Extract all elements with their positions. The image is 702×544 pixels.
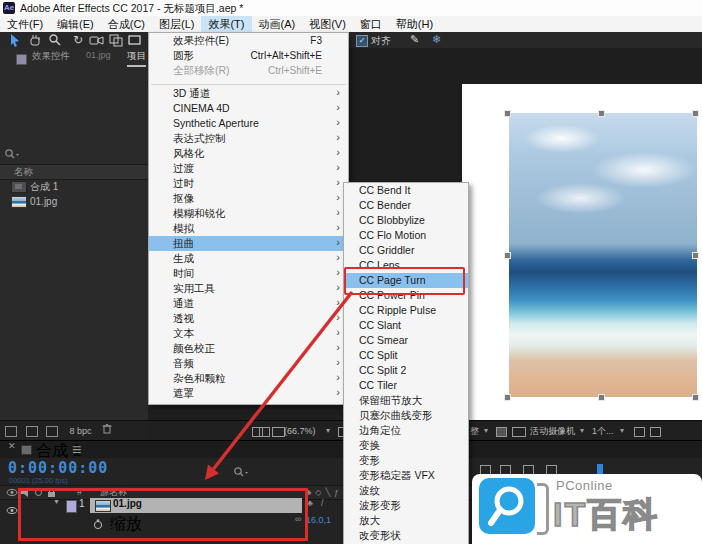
submenu-cc-smear[interactable]: CC Smear (344, 333, 468, 348)
selection-handle[interactable] (504, 110, 511, 117)
magnification-caret-icon[interactable]: ▾ (326, 421, 330, 441)
snapshot-icon[interactable] (252, 421, 270, 441)
menu-cat-distort[interactable]: 扭曲› (149, 236, 348, 251)
menu-effect[interactable]: 效果(T) (201, 16, 251, 32)
camera-tool-icon[interactable] (88, 33, 104, 47)
puppet-pin-tool-icon[interactable]: ❄ (432, 33, 441, 46)
submenu-transform[interactable]: 变换 (344, 438, 468, 453)
menu-cat-color-correction[interactable]: 颜色校正› (149, 341, 348, 356)
hand-tool-icon[interactable] (26, 33, 42, 47)
current-timecode[interactable]: 0:00:00:00 (8, 459, 108, 477)
bit-depth-label[interactable]: 8 bpc (70, 426, 92, 436)
submenu-wave-warp[interactable]: 波形变形 (344, 498, 468, 513)
menu-cat-3d-channel[interactable]: 3D 通道› (149, 86, 348, 101)
menu-composition[interactable]: 合成(C) (101, 16, 152, 32)
submenu-detail-preserving-upscale[interactable]: 保留细节放大 (344, 393, 468, 408)
selection-handle[interactable] (504, 252, 511, 259)
menu-view[interactable]: 视图(V) (302, 16, 353, 32)
video-eye-icon[interactable] (6, 488, 18, 501)
submenu-cc-ripple-pulse[interactable]: CC Ripple Pulse (344, 303, 468, 318)
menu-cat-keying[interactable]: 抠像› (149, 191, 348, 206)
trash-icon[interactable] (102, 426, 112, 436)
view-layout-value[interactable]: 1个... (592, 421, 614, 441)
submenu-magnify[interactable]: 放大 (344, 513, 468, 528)
new-composition-icon[interactable] (46, 426, 58, 437)
submenu-cc-slant[interactable]: CC Slant (344, 318, 468, 333)
submenu-cc-bend-it[interactable]: CC Bend It (344, 183, 468, 198)
submenu-reshape[interactable]: 改变形状 (344, 528, 468, 543)
menu-cat-cinema4d[interactable]: CINEMA 4D› (149, 101, 348, 116)
submenu-cc-griddler[interactable]: CC Griddler (344, 243, 468, 258)
selection-handle[interactable] (598, 110, 605, 117)
project-name-column[interactable]: 名称 (0, 164, 148, 180)
menu-item-effect-controls[interactable]: 效果控件(E)F3 (149, 33, 348, 48)
submenu-cc-tiler[interactable]: CC Tiler (344, 378, 468, 393)
selection-handle[interactable] (504, 394, 511, 401)
submenu-cc-split-2[interactable]: CC Split 2 (344, 363, 468, 378)
menu-cat-stylize[interactable]: 风格化› (149, 146, 348, 161)
submenu-warp[interactable]: 变形 (344, 453, 468, 468)
transparency-grid-icon[interactable] (512, 421, 526, 441)
layer-eye-icon[interactable] (6, 501, 18, 519)
menu-cat-obsolete[interactable]: 过时› (149, 176, 348, 191)
menu-cat-generate[interactable]: 生成› (149, 251, 348, 266)
rotation-tool-icon[interactable]: ↻ (70, 33, 86, 47)
menu-cat-simulation[interactable]: 模拟› (149, 221, 348, 236)
project-row-comp[interactable]: 合成 1 (0, 179, 148, 194)
submenu-cc-flo-motion[interactable]: CC Flo Motion (344, 228, 468, 243)
menu-animation[interactable]: 动画(A) (252, 16, 303, 32)
pen-tool-icon[interactable]: ✎ (410, 33, 419, 46)
menu-file[interactable]: 文件(F) (0, 16, 50, 32)
scale-property-value[interactable]: 16.0,1 (306, 515, 331, 525)
region-of-interest-icon[interactable] (496, 421, 507, 441)
resolution-caret-icon[interactable]: ▾ (484, 421, 488, 441)
menu-layer[interactable]: 图层(L) (152, 16, 201, 32)
selection-handle[interactable] (598, 394, 605, 401)
camera-caret-icon[interactable]: ▾ (580, 421, 584, 441)
menu-cat-perspective[interactable]: 透视› (149, 311, 348, 326)
magnification-value[interactable]: (66.7%) (284, 421, 316, 441)
pixel-aspect-icon[interactable] (634, 421, 645, 441)
menu-cat-expression-controls[interactable]: 表达式控制› (149, 131, 348, 146)
submenu-cc-blobbylize[interactable]: CC Blobbylize (344, 213, 468, 228)
zoom-tool-icon[interactable] (46, 33, 62, 47)
menu-cat-audio[interactable]: 音频› (149, 356, 348, 371)
submenu-ripple[interactable]: 波纹 (344, 483, 468, 498)
new-folder-icon[interactable] (26, 426, 38, 437)
menu-cat-blur-sharpen[interactable]: 模糊和锐化› (149, 206, 348, 221)
menu-cat-text[interactable]: 文本› (149, 326, 348, 341)
timeline-button-icon[interactable] (650, 421, 661, 441)
menu-help[interactable]: 帮助(H) (389, 16, 440, 32)
selection-handle[interactable] (692, 252, 699, 259)
timeline-search-icon[interactable] (233, 464, 249, 482)
submenu-bezier-warp[interactable]: 贝塞尔曲线变形 (344, 408, 468, 423)
menu-cat-channel[interactable]: 通道› (149, 296, 348, 311)
menu-edit[interactable]: 编辑(E) (50, 16, 101, 32)
project-row-footage[interactable]: 01.jpg (0, 194, 148, 209)
submenu-corner-pin[interactable]: 边角定位 (344, 423, 468, 438)
align-checkbox[interactable]: ✓ (356, 35, 368, 47)
menu-cat-utility[interactable]: 实用工具› (149, 281, 348, 296)
close-icon[interactable]: ✕ (8, 441, 16, 451)
menu-cat-transition[interactable]: 过渡› (149, 161, 348, 176)
menu-cat-matte[interactable]: 遮罩› (149, 386, 348, 401)
beach-image-layer[interactable] (509, 113, 697, 397)
menu-item-last-effect[interactable]: 圆形Ctrl+Alt+Shift+E (149, 48, 348, 63)
active-camera-value[interactable]: 活动摄像机 (530, 421, 575, 441)
menu-window[interactable]: 窗口 (353, 16, 389, 32)
tab-effect-controls[interactable]: 效果控件 (32, 50, 70, 63)
interpret-footage-icon[interactable] (5, 426, 17, 437)
menu-cat-time[interactable]: 时间› (149, 266, 348, 281)
layer-switches-icons[interactable]: ♣/ (307, 498, 331, 508)
view-layout-caret-icon[interactable]: ▾ (620, 421, 624, 441)
submenu-cc-bender[interactable]: CC Bender (344, 198, 468, 213)
menu-cat-noise-grain[interactable]: 杂色和颗粒› (149, 371, 348, 386)
resolution-value[interactable]: 整 (470, 421, 479, 441)
selection-handle[interactable] (692, 110, 699, 117)
tab-project[interactable]: 项目 (127, 50, 146, 67)
submenu-cc-split[interactable]: CC Split (344, 348, 468, 363)
mask-tool-icon[interactable] (127, 33, 143, 47)
selection-tool-icon[interactable] (6, 33, 22, 47)
selection-handle[interactable] (692, 394, 699, 401)
panel-menu-icon[interactable]: ≡ (72, 441, 81, 459)
